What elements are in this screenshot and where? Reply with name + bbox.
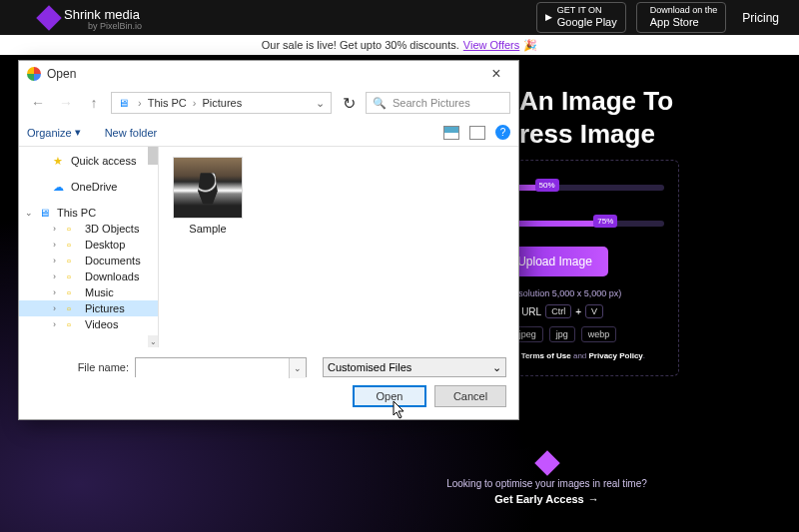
tree-videos[interactable]: ›▫Videos <box>19 316 158 332</box>
chevron-right-icon: › <box>138 97 142 109</box>
tree-scrollbar[interactable]: ⌄ <box>148 147 158 347</box>
search-placeholder: Search Pictures <box>393 97 470 109</box>
search-input[interactable]: 🔍 Search Pictures <box>366 92 510 114</box>
chevron-down-icon: ⌄ <box>492 361 501 374</box>
refresh-button[interactable]: ↻ <box>338 94 360 113</box>
breadcrumb[interactable]: 🖥 › This PC › Pictures ⌄ <box>111 92 332 114</box>
close-button[interactable]: × <box>482 65 510 83</box>
kbd-v: V <box>585 304 603 318</box>
filename-dropdown[interactable]: ⌄ <box>289 358 306 378</box>
tree-3d-objects[interactable]: ›▫3D Objects <box>19 221 158 237</box>
format-chip: webp <box>581 326 617 342</box>
format-chip: jpg <box>549 326 575 342</box>
logo-subtext: by PixelBin.io <box>88 21 142 31</box>
thumbnail-image <box>173 157 243 219</box>
tree-desktop[interactable]: ›▫Desktop <box>19 237 158 253</box>
early-access-card: Looking to optimise your images in real … <box>414 454 679 507</box>
file-item-sample[interactable]: Sample <box>169 157 247 235</box>
tree-downloads[interactable]: ›▫Downloads <box>19 268 158 284</box>
app-store-badge[interactable]: Download on theApp Store <box>636 2 727 33</box>
tree-quick-access[interactable]: ★Quick access <box>19 153 158 169</box>
file-open-dialog: Open × ← → ↑ 🖥 › This PC › Pictures ⌄ ↻ … <box>18 60 519 420</box>
get-early-access-link[interactable]: Get Early Access → <box>494 493 598 505</box>
view-mode-button[interactable] <box>443 126 459 140</box>
pricing-link[interactable]: Pricing <box>742 11 779 25</box>
google-play-badge[interactable]: ▶ GET IT ONGoogle Play <box>536 2 626 33</box>
view-offers-link[interactable]: View Offers <box>463 39 519 51</box>
party-icon: 🎉 <box>523 39 537 52</box>
arrow-right-icon: → <box>588 493 599 505</box>
new-folder-button[interactable]: New folder <box>105 127 158 139</box>
help-button[interactable]: ? <box>495 125 510 140</box>
file-type-select[interactable]: Customised Files⌄ <box>323 357 506 377</box>
dialog-body: ★Quick access ☁OneDrive ⌄🖥This PC ›▫3D O… <box>19 147 518 347</box>
header-actions: ▶ GET IT ONGoogle Play Download on theAp… <box>536 2 779 33</box>
sale-text: Our sale is live! Get upto 30% discounts… <box>262 39 459 51</box>
chevron-down-icon[interactable]: ⌄ <box>316 97 325 110</box>
filename-label: File name: <box>31 361 129 373</box>
chevron-right-icon: › <box>193 97 197 109</box>
dialog-title: Open <box>47 67 76 81</box>
sale-banner: Our sale is live! Get upto 30% discounts… <box>0 35 799 55</box>
tree-pictures[interactable]: ›▫Pictures <box>19 300 158 316</box>
dialog-footer: File name: ⌄ Customised Files⌄ Open Canc… <box>19 347 518 419</box>
early-text: Looking to optimise your images in real … <box>414 478 679 489</box>
dialog-nav: ← → ↑ 🖥 › This PC › Pictures ⌄ ↻ 🔍 Searc… <box>19 87 518 119</box>
chevron-down-icon: ▾ <box>75 126 81 139</box>
search-icon: 🔍 <box>373 97 387 110</box>
file-list[interactable]: Sample <box>159 147 518 347</box>
optimize-icon <box>534 450 559 475</box>
logo-text: Shrink media <box>64 7 140 22</box>
bc-this-pc[interactable]: This PC <box>148 97 187 109</box>
cancel-button[interactable]: Cancel <box>434 385 506 407</box>
file-label: Sample <box>169 223 247 235</box>
kbd-ctrl: Ctrl <box>545 304 571 318</box>
slider-value-badge: 75% <box>593 215 617 228</box>
pc-icon: 🖥 <box>118 97 132 109</box>
tree-onedrive[interactable]: ☁OneDrive <box>19 179 158 195</box>
dialog-toolbar: Organize ▾ New folder ? <box>19 119 518 147</box>
play-icon: ▶ <box>545 13 552 23</box>
dialog-titlebar[interactable]: Open × <box>19 61 518 87</box>
tree-documents[interactable]: ›▫Documents <box>19 253 158 268</box>
hero-headline: An Image Toress Image <box>519 85 759 150</box>
folder-tree[interactable]: ★Quick access ☁OneDrive ⌄🖥This PC ›▫3D O… <box>19 147 159 347</box>
site-header: Shrink media by PixelBin.io ▶ GET IT ONG… <box>0 0 799 35</box>
open-button[interactable]: Open <box>353 385 426 407</box>
logo-icon <box>36 5 61 30</box>
bc-pictures[interactable]: Pictures <box>202 97 242 109</box>
filename-input[interactable] <box>136 358 289 378</box>
slider-value-badge: 50% <box>534 179 558 192</box>
site-logo[interactable]: Shrink media by PixelBin.io <box>40 5 142 31</box>
chrome-icon <box>27 67 41 81</box>
up-button[interactable]: ↑ <box>83 95 105 111</box>
forward-button[interactable]: → <box>55 95 77 111</box>
preview-pane-button[interactable] <box>469 126 485 140</box>
organize-button[interactable]: Organize ▾ <box>27 126 81 139</box>
back-button[interactable]: ← <box>27 95 49 111</box>
tree-this-pc[interactable]: ⌄🖥This PC <box>19 205 158 221</box>
tree-music[interactable]: ›▫Music <box>19 284 158 300</box>
